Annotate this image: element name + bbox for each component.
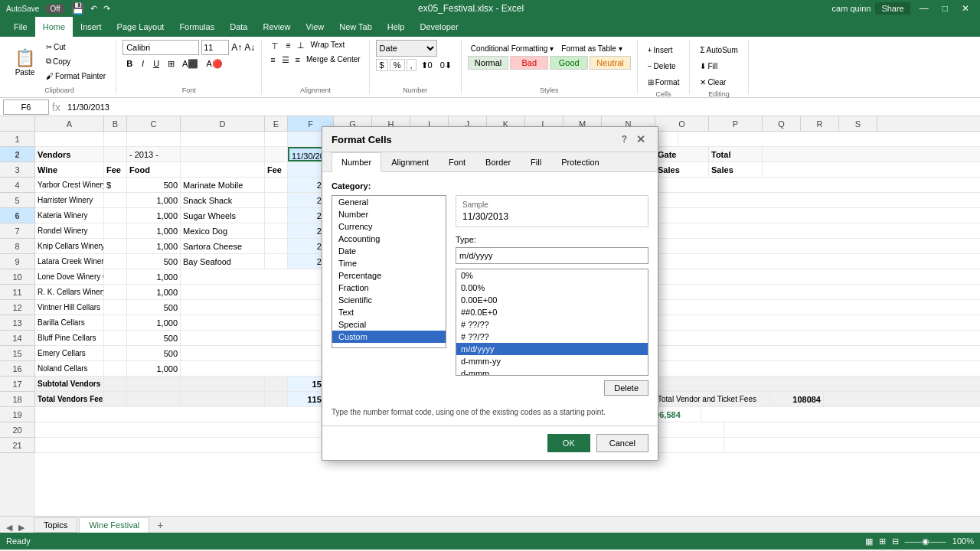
col-header-O[interactable]: O	[655, 116, 709, 131]
style-bad-btn[interactable]: Bad	[510, 56, 548, 70]
cell-B10[interactable]	[104, 269, 127, 284]
undo-icon[interactable]: ↶	[90, 4, 97, 14]
scroll-left-btn[interactable]: ◀	[3, 523, 15, 533]
cut-button[interactable]: ✂ Cut	[42, 40, 109, 54]
cell-E3[interactable]: Fee	[265, 162, 288, 177]
underline-btn[interactable]: U	[149, 57, 163, 70]
autosave-toggle[interactable]: Off	[45, 4, 64, 14]
cell-A16[interactable]: Noland Cellars	[35, 361, 104, 376]
number-format-select[interactable]: Date	[376, 40, 437, 57]
formula-input[interactable]: 11/30/2013	[64, 99, 977, 115]
cell-C17[interactable]	[127, 377, 181, 391]
col-header-P[interactable]: P	[709, 116, 763, 131]
cell-A1[interactable]	[35, 132, 104, 146]
cell-D17[interactable]	[181, 377, 265, 391]
category-percentage[interactable]: Percentage	[332, 269, 446, 282]
paste-button[interactable]: 📋 Paste	[9, 40, 41, 84]
row-header-21[interactable]: 21	[0, 438, 35, 453]
add-sheet-btn[interactable]: +	[151, 517, 169, 533]
comma-btn[interactable]: ,	[407, 59, 416, 71]
status-view-page[interactable]: ⊟	[892, 536, 899, 546]
cell-C3[interactable]: Food	[127, 162, 181, 177]
cell-C16[interactable]: 1,000	[127, 361, 181, 376]
font-color-btn[interactable]: A🔴	[203, 58, 225, 70]
cell-D18[interactable]	[181, 392, 265, 406]
cell-C18[interactable]	[127, 392, 181, 406]
cell-A17[interactable]: Subtotal Vendors	[35, 377, 104, 391]
decrease-font-btn[interactable]: A↓	[244, 42, 255, 53]
row-header-20[interactable]: 20	[0, 422, 35, 438]
row-header-1[interactable]: 1	[0, 132, 35, 147]
cell-E8[interactable]	[265, 239, 288, 253]
cell-B4[interactable]: $	[104, 178, 127, 192]
font-size-input[interactable]	[201, 40, 229, 55]
row-header-12[interactable]: 12	[0, 300, 35, 315]
cell-B17[interactable]	[104, 377, 127, 391]
cell-A15[interactable]: Emery Cellars	[35, 346, 104, 360]
cell-C7[interactable]: 1,000	[127, 223, 181, 238]
cell-D2[interactable]	[181, 147, 265, 161]
align-top-btn[interactable]: ⊤	[268, 40, 282, 53]
cell-A3[interactable]: Wine	[35, 162, 104, 177]
save-icon[interactable]: 💾	[71, 2, 84, 15]
type-input[interactable]	[456, 247, 648, 264]
align-middle-btn[interactable]: ≡	[283, 40, 292, 53]
cell-P2[interactable]: Total	[709, 147, 763, 161]
category-custom[interactable]: Custom	[332, 331, 446, 343]
increase-font-btn[interactable]: A↑	[231, 42, 242, 53]
category-scientific[interactable]: Scientific	[332, 294, 446, 306]
row-header-17[interactable]: 17	[0, 377, 35, 392]
italic-btn[interactable]: I	[138, 57, 148, 70]
row-header-8[interactable]: 8	[0, 239, 35, 254]
cell-P3[interactable]: Sales	[709, 162, 763, 177]
cell-B2[interactable]	[104, 147, 127, 161]
category-currency[interactable]: Currency	[332, 220, 446, 233]
col-header-A[interactable]: A	[35, 116, 104, 131]
style-good-btn[interactable]: Good	[550, 56, 588, 70]
align-center-btn[interactable]: ☰	[279, 54, 292, 66]
style-neutral-btn[interactable]: Neutral	[590, 56, 630, 70]
cell-A5[interactable]: Harrister Winery	[35, 193, 104, 207]
cell-C4[interactable]: 500	[127, 178, 181, 192]
increase-decimal-btn[interactable]: ⬆0	[418, 60, 436, 71]
status-view-normal[interactable]: ▦	[865, 536, 873, 546]
row-header-6[interactable]: 6	[0, 208, 35, 223]
tab-new-tab[interactable]: New Tab	[332, 17, 380, 37]
cell-C5[interactable]: 1,000	[127, 193, 181, 207]
close-btn[interactable]: ✕	[957, 3, 974, 14]
cell-A8[interactable]: Knip Cellars Winery	[35, 239, 104, 253]
delete-cells-btn[interactable]: −Delete	[644, 59, 680, 73]
row-header-7[interactable]: 7	[0, 223, 35, 239]
insert-cells-btn[interactable]: +Insert	[644, 43, 677, 57]
cell-D1[interactable]	[181, 132, 265, 146]
cell-A18[interactable]: Total Vendors Fee	[35, 392, 104, 406]
cell-A13[interactable]: Barilla Cellars	[35, 315, 104, 330]
cell-D4[interactable]: Marinate Mobile	[181, 178, 265, 192]
format-item-0pct[interactable]: 0%	[456, 269, 648, 282]
cell-C10[interactable]: 1,000	[127, 269, 181, 284]
cell-D5[interactable]: Snack Shack	[181, 193, 265, 207]
autosum-btn[interactable]: ΣAutoSum	[696, 43, 741, 57]
tab-developer[interactable]: Developer	[412, 17, 466, 37]
cell-D8[interactable]: Sartora Cheese	[181, 239, 265, 253]
cell-E5[interactable]	[265, 193, 288, 207]
tab-home[interactable]: Home	[35, 17, 73, 37]
format-as-table-btn[interactable]: Format as Table ▾	[558, 43, 625, 54]
dialog-tab-protection[interactable]: Protection	[551, 152, 609, 172]
cell-B14[interactable]	[104, 331, 127, 345]
font-name-input[interactable]	[122, 40, 199, 55]
scroll-right-btn[interactable]: ▶	[15, 523, 28, 533]
cell-B18[interactable]	[104, 392, 127, 406]
cell-A9[interactable]: Latara Creek Winery	[35, 254, 104, 269]
category-text[interactable]: Text	[332, 306, 446, 318]
tab-formulas[interactable]: Formulas	[172, 17, 222, 37]
dialog-help-btn[interactable]: ?	[622, 134, 627, 145]
col-header-B[interactable]: B	[104, 116, 127, 131]
format-list[interactable]: 0% 0.00% 0.00E+00 ##0.0E+0 # ??/?? # ??/…	[456, 269, 648, 376]
cell-A10[interactable]: Lone Dove Winery ®	[35, 269, 104, 284]
align-left-btn[interactable]: ≡	[268, 54, 277, 66]
category-list[interactable]: General Number Currency Accounting Date …	[332, 195, 446, 348]
currency-btn[interactable]: $	[376, 59, 388, 71]
maximize-btn[interactable]: □	[938, 3, 952, 14]
minimize-btn[interactable]: —	[915, 3, 933, 14]
